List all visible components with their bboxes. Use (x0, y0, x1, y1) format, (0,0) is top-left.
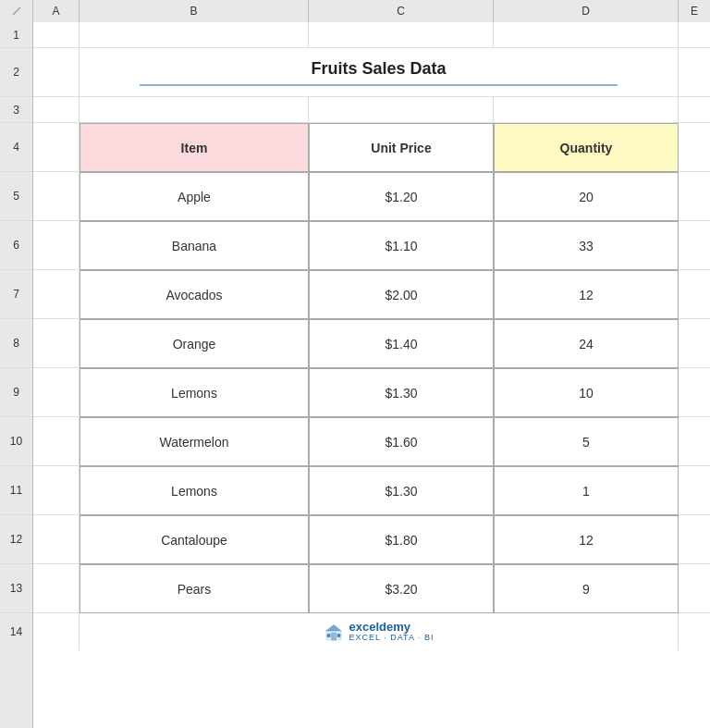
cell-a2 (33, 48, 80, 97)
svg-rect-2 (331, 633, 337, 641)
row-num-11: 11 (0, 466, 32, 515)
row-num-9: 9 (0, 368, 32, 417)
cell-e6 (679, 221, 710, 270)
cell-c1 (309, 22, 494, 48)
cell-c11-price: $1.30 (309, 466, 494, 515)
corner-cell (0, 0, 33, 22)
cell-d12-qty: 12 (494, 515, 679, 564)
cell-b13-item: Pears (80, 564, 309, 613)
row-num-7: 7 (0, 270, 32, 319)
cell-d6-qty: 33 (494, 221, 679, 270)
cell-d11-qty: 1 (494, 466, 679, 515)
row-9: Lemons $1.30 10 (33, 368, 710, 417)
grid-body: 1 2 3 4 5 6 7 8 9 10 11 12 13 14 (0, 22, 710, 728)
spreadsheet-title: Fruits Sales Data (311, 59, 446, 79)
cell-b12-item: Cantaloupe (80, 515, 309, 564)
exceldemy-text: exceldemy EXCEL · DATA · BI (349, 621, 435, 643)
cell-c12-price: $1.80 (309, 515, 494, 564)
row-2: Fruits Sales Data (33, 48, 710, 97)
row-numbers: 1 2 3 4 5 6 7 8 9 10 11 12 13 14 (0, 22, 33, 728)
cell-c5-price: $1.20 (309, 172, 494, 221)
cell-d13-qty: 9 (494, 564, 679, 613)
cell-a3 (33, 97, 80, 123)
row-11: Lemons $1.30 1 (33, 466, 710, 515)
cell-e10 (679, 417, 710, 466)
cell-d5-qty: 20 (494, 172, 679, 221)
cell-e1 (679, 22, 710, 48)
row-6: Banana $1.10 33 (33, 221, 710, 270)
cell-c7-price: $2.00 (309, 270, 494, 319)
cell-e8 (679, 319, 710, 368)
header-item-cell: Item (80, 123, 309, 172)
cell-e11 (679, 466, 710, 515)
brand-tagline: EXCEL · DATA · BI (349, 634, 435, 643)
svg-marker-1 (325, 624, 342, 631)
row-num-5: 5 (0, 172, 32, 221)
cell-a6 (33, 221, 80, 270)
row-num-1: 1 (0, 22, 32, 48)
cell-e4 (679, 123, 710, 172)
row-7: Avocados $2.00 12 (33, 270, 710, 319)
col-header-e: E (679, 0, 710, 22)
cell-c8-price: $1.40 (309, 319, 494, 368)
col-header-a: A (33, 0, 80, 22)
row-num-10: 10 (0, 417, 32, 466)
cell-c10-price: $1.60 (309, 417, 494, 466)
row-10: Watermelon $1.60 5 (33, 417, 710, 466)
col-header-b: B (80, 0, 309, 22)
cell-a9 (33, 368, 80, 417)
cell-a12 (33, 515, 80, 564)
cell-c6-price: $1.10 (309, 221, 494, 270)
cell-bcd14-footer: exceldemy EXCEL · DATA · BI (80, 613, 679, 650)
cell-b10-item: Watermelon (80, 417, 309, 466)
row-num-14: 14 (0, 613, 32, 650)
exceldemy-icon (324, 622, 344, 642)
cell-a7 (33, 270, 80, 319)
cell-d1 (494, 22, 679, 48)
cell-e12 (679, 515, 710, 564)
brand-name: exceldemy (349, 621, 435, 634)
cell-b11-item: Lemons (80, 466, 309, 515)
col-header-c: C (309, 0, 494, 22)
cell-b9-item: Lemons (80, 368, 309, 417)
header-price-cell: Unit Price (309, 123, 494, 172)
cell-a4 (33, 123, 80, 172)
row-num-13: 13 (0, 564, 32, 613)
row-num-2: 2 (0, 48, 32, 97)
cell-a8 (33, 319, 80, 368)
cell-a1 (33, 22, 80, 48)
row-num-4: 4 (0, 123, 32, 172)
cell-c13-price: $3.20 (309, 564, 494, 613)
col-header-d: D (494, 0, 679, 22)
row-13: Pears $3.20 9 (33, 564, 710, 613)
cell-d3 (494, 97, 679, 123)
header-qty-cell: Quantity (494, 123, 679, 172)
title-underline (140, 84, 618, 86)
exceldemy-logo: exceldemy EXCEL · DATA · BI (324, 621, 435, 643)
row-num-8: 8 (0, 319, 32, 368)
cell-e7 (679, 270, 710, 319)
cell-e5 (679, 172, 710, 221)
cell-c3 (309, 97, 494, 123)
row-3 (33, 97, 710, 123)
cell-e3 (679, 97, 710, 123)
row-4-header: Item Unit Price Quantity (33, 123, 710, 172)
row-12: Cantaloupe $1.80 12 (33, 515, 710, 564)
row-num-6: 6 (0, 221, 32, 270)
row-8: Orange $1.40 24 (33, 319, 710, 368)
cell-bcd2-title: Fruits Sales Data (80, 48, 679, 97)
cell-a5 (33, 172, 80, 221)
cell-e9 (679, 368, 710, 417)
cell-b6-item: Banana (80, 221, 309, 270)
cell-a13 (33, 564, 80, 613)
cell-a11 (33, 466, 80, 515)
cell-b8-item: Orange (80, 319, 309, 368)
cell-e2 (679, 48, 710, 97)
cell-b1 (80, 22, 309, 48)
cell-d9-qty: 10 (494, 368, 679, 417)
cell-b7-item: Avocados (80, 270, 309, 319)
cell-e13 (679, 564, 710, 613)
cell-d10-qty: 5 (494, 417, 679, 466)
row-14: exceldemy EXCEL · DATA · BI (33, 613, 710, 650)
column-headers: A B C D E (0, 0, 710, 22)
